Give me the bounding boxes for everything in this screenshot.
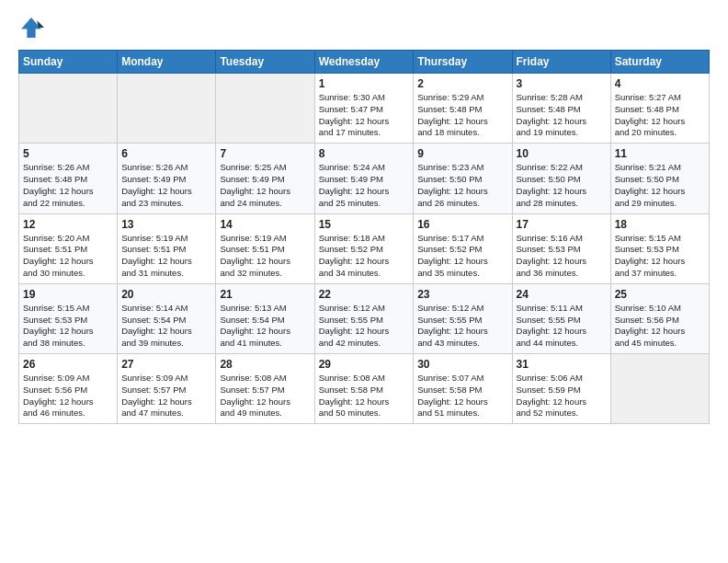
day-number: 9 — [417, 147, 507, 160]
calendar-week-2: 5Sunrise: 5:26 AM Sunset: 5:48 PM Daylig… — [19, 144, 710, 213]
cell-content: Sunrise: 5:30 AM Sunset: 5:47 PM Dayligh… — [319, 92, 410, 139]
day-number: 25 — [615, 288, 705, 301]
logo — [18, 15, 48, 40]
cell-content: Sunrise: 5:25 AM Sunset: 5:49 PM Dayligh… — [220, 162, 310, 209]
day-number: 7 — [220, 147, 310, 160]
cell-content: Sunrise: 5:07 AM Sunset: 5:58 PM Dayligh… — [417, 373, 507, 419]
calendar-header-row: SundayMondayTuesdayWednesdayThursdayFrid… — [19, 51, 710, 74]
day-number: 14 — [220, 218, 310, 231]
cell-content: Sunrise: 5:21 AM Sunset: 5:50 PM Dayligh… — [615, 162, 705, 209]
day-number: 13 — [121, 218, 211, 231]
cell-content: Sunrise: 5:09 AM Sunset: 5:56 PM Dayligh… — [23, 373, 113, 419]
cell-content: Sunrise: 5:20 AM Sunset: 5:51 PM Dayligh… — [23, 233, 113, 280]
cell-content: Sunrise: 5:26 AM Sunset: 5:48 PM Dayligh… — [23, 162, 113, 209]
calendar-cell: 12Sunrise: 5:20 AM Sunset: 5:51 PM Dayli… — [19, 213, 118, 283]
day-header-wednesday: Wednesday — [314, 51, 414, 74]
day-number: 24 — [517, 288, 607, 301]
day-number: 12 — [23, 218, 113, 231]
cell-content: Sunrise: 5:14 AM Sunset: 5:54 PM Dayligh… — [121, 303, 211, 350]
calendar-week-5: 26Sunrise: 5:09 AM Sunset: 5:56 PM Dayli… — [19, 354, 710, 424]
calendar-cell: 2Sunrise: 5:29 AM Sunset: 5:48 PM Daylig… — [414, 74, 512, 144]
cell-content: Sunrise: 5:23 AM Sunset: 5:50 PM Dayligh… — [417, 162, 507, 209]
day-header-saturday: Saturday — [610, 51, 709, 74]
cell-content: Sunrise: 5:19 AM Sunset: 5:51 PM Dayligh… — [220, 233, 310, 280]
cell-content: Sunrise: 5:29 AM Sunset: 5:48 PM Dayligh… — [417, 92, 507, 139]
day-header-sunday: Sunday — [19, 51, 118, 74]
calendar-cell: 31Sunrise: 5:06 AM Sunset: 5:59 PM Dayli… — [512, 354, 610, 424]
calendar-cell: 3Sunrise: 5:28 AM Sunset: 5:48 PM Daylig… — [512, 74, 610, 144]
page: SundayMondayTuesdayWednesdayThursdayFrid… — [0, 0, 728, 439]
day-number: 2 — [417, 77, 507, 90]
cell-content: Sunrise: 5:11 AM Sunset: 5:55 PM Dayligh… — [517, 303, 607, 350]
calendar-cell — [19, 74, 118, 144]
day-number: 15 — [319, 218, 410, 231]
cell-content: Sunrise: 5:18 AM Sunset: 5:52 PM Dayligh… — [319, 233, 410, 280]
cell-content: Sunrise: 5:28 AM Sunset: 5:48 PM Dayligh… — [517, 92, 607, 139]
cell-content: Sunrise: 5:08 AM Sunset: 5:57 PM Dayligh… — [220, 373, 310, 419]
day-number: 6 — [121, 147, 211, 160]
calendar-cell: 18Sunrise: 5:15 AM Sunset: 5:53 PM Dayli… — [610, 213, 709, 283]
calendar-cell: 7Sunrise: 5:25 AM Sunset: 5:49 PM Daylig… — [216, 144, 314, 213]
calendar-cell: 9Sunrise: 5:23 AM Sunset: 5:50 PM Daylig… — [414, 144, 512, 213]
day-number: 4 — [615, 77, 705, 90]
calendar-cell: 11Sunrise: 5:21 AM Sunset: 5:50 PM Dayli… — [610, 144, 709, 213]
calendar-week-1: 1Sunrise: 5:30 AM Sunset: 5:47 PM Daylig… — [19, 74, 710, 144]
calendar-cell: 25Sunrise: 5:10 AM Sunset: 5:56 PM Dayli… — [610, 283, 709, 353]
calendar-cell: 20Sunrise: 5:14 AM Sunset: 5:54 PM Dayli… — [118, 283, 216, 353]
day-number: 31 — [517, 358, 607, 371]
calendar-cell: 15Sunrise: 5:18 AM Sunset: 5:52 PM Dayli… — [314, 213, 414, 283]
calendar-cell: 19Sunrise: 5:15 AM Sunset: 5:53 PM Dayli… — [19, 283, 118, 353]
cell-content: Sunrise: 5:27 AM Sunset: 5:48 PM Dayligh… — [615, 92, 705, 139]
calendar: SundayMondayTuesdayWednesdayThursdayFrid… — [18, 50, 710, 424]
day-header-monday: Monday — [118, 51, 216, 74]
calendar-cell: 26Sunrise: 5:09 AM Sunset: 5:56 PM Dayli… — [19, 354, 118, 424]
day-number: 23 — [417, 288, 507, 301]
day-number: 18 — [615, 218, 705, 231]
calendar-cell: 13Sunrise: 5:19 AM Sunset: 5:51 PM Dayli… — [118, 213, 216, 283]
calendar-cell: 10Sunrise: 5:22 AM Sunset: 5:50 PM Dayli… — [512, 144, 610, 213]
calendar-cell: 8Sunrise: 5:24 AM Sunset: 5:49 PM Daylig… — [314, 144, 414, 213]
calendar-cell: 6Sunrise: 5:26 AM Sunset: 5:49 PM Daylig… — [118, 144, 216, 213]
calendar-cell: 4Sunrise: 5:27 AM Sunset: 5:48 PM Daylig… — [610, 74, 709, 144]
cell-content: Sunrise: 5:13 AM Sunset: 5:54 PM Dayligh… — [220, 303, 310, 350]
calendar-week-3: 12Sunrise: 5:20 AM Sunset: 5:51 PM Dayli… — [19, 213, 710, 283]
day-number: 10 — [517, 147, 607, 160]
cell-content: Sunrise: 5:12 AM Sunset: 5:55 PM Dayligh… — [417, 303, 507, 350]
cell-content: Sunrise: 5:17 AM Sunset: 5:52 PM Dayligh… — [417, 233, 507, 280]
cell-content: Sunrise: 5:08 AM Sunset: 5:58 PM Dayligh… — [319, 373, 410, 419]
calendar-cell: 22Sunrise: 5:12 AM Sunset: 5:55 PM Dayli… — [314, 283, 414, 353]
cell-content: Sunrise: 5:26 AM Sunset: 5:49 PM Dayligh… — [121, 162, 211, 209]
cell-content: Sunrise: 5:10 AM Sunset: 5:56 PM Dayligh… — [615, 303, 705, 350]
calendar-cell: 14Sunrise: 5:19 AM Sunset: 5:51 PM Dayli… — [216, 213, 314, 283]
day-number: 17 — [517, 218, 607, 231]
cell-content: Sunrise: 5:16 AM Sunset: 5:53 PM Dayligh… — [517, 233, 607, 280]
header — [18, 15, 710, 40]
day-number: 5 — [23, 147, 113, 160]
day-number: 11 — [615, 147, 705, 160]
day-number: 26 — [23, 358, 113, 371]
day-number: 21 — [220, 288, 310, 301]
day-number: 8 — [319, 147, 410, 160]
calendar-cell: 17Sunrise: 5:16 AM Sunset: 5:53 PM Dayli… — [512, 213, 610, 283]
calendar-cell — [118, 74, 216, 144]
cell-content: Sunrise: 5:12 AM Sunset: 5:55 PM Dayligh… — [319, 303, 410, 350]
cell-content: Sunrise: 5:22 AM Sunset: 5:50 PM Dayligh… — [517, 162, 607, 209]
day-number: 16 — [417, 218, 507, 231]
day-header-friday: Friday — [512, 51, 610, 74]
cell-content: Sunrise: 5:15 AM Sunset: 5:53 PM Dayligh… — [615, 233, 705, 280]
cell-content: Sunrise: 5:09 AM Sunset: 5:57 PM Dayligh… — [121, 373, 211, 419]
cell-content: Sunrise: 5:24 AM Sunset: 5:49 PM Dayligh… — [319, 162, 410, 209]
cell-content: Sunrise: 5:06 AM Sunset: 5:59 PM Dayligh… — [517, 373, 607, 419]
day-number: 30 — [417, 358, 507, 371]
calendar-cell: 30Sunrise: 5:07 AM Sunset: 5:58 PM Dayli… — [414, 354, 512, 424]
svg-marker-0 — [21, 17, 41, 38]
calendar-cell: 21Sunrise: 5:13 AM Sunset: 5:54 PM Dayli… — [216, 283, 314, 353]
calendar-cell: 16Sunrise: 5:17 AM Sunset: 5:52 PM Dayli… — [414, 213, 512, 283]
calendar-week-4: 19Sunrise: 5:15 AM Sunset: 5:53 PM Dayli… — [19, 283, 710, 353]
calendar-cell: 5Sunrise: 5:26 AM Sunset: 5:48 PM Daylig… — [19, 144, 118, 213]
day-header-tuesday: Tuesday — [216, 51, 314, 74]
calendar-cell: 28Sunrise: 5:08 AM Sunset: 5:57 PM Dayli… — [216, 354, 314, 424]
day-number: 22 — [319, 288, 410, 301]
day-number: 20 — [121, 288, 211, 301]
day-number: 29 — [319, 358, 410, 371]
